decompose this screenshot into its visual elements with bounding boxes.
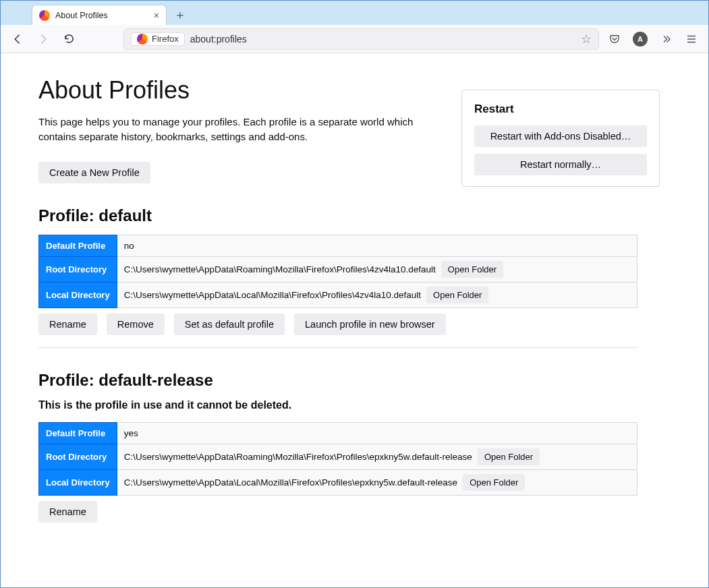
new-tab-button[interactable]: ＋ — [171, 5, 190, 24]
firefox-identity-icon — [137, 34, 148, 45]
restart-heading: Restart — [474, 102, 647, 116]
profile-heading: Profile: default-release — [38, 371, 637, 390]
td-default-value: no — [117, 235, 637, 256]
firefox-favicon-icon — [39, 10, 50, 21]
restart-normally-button[interactable]: Restart normally… — [474, 154, 647, 175]
forward-button[interactable] — [33, 29, 53, 49]
browser-tab[interactable]: About Profiles × — [32, 5, 167, 25]
restart-panel: Restart Restart with Add-ons Disabled… R… — [461, 90, 660, 187]
open-folder-button[interactable]: Open Folder — [463, 474, 525, 491]
open-folder-button[interactable]: Open Folder — [441, 261, 503, 278]
th-local-directory: Local Directory — [39, 282, 117, 307]
account-avatar[interactable]: A — [630, 29, 650, 49]
open-folder-button[interactable]: Open Folder — [426, 287, 488, 303]
identity-label: Firefox — [152, 34, 179, 44]
tab-title: About Profiles — [55, 11, 108, 20]
root-path: C:\Users\wymette\AppData\Roaming\Mozilla… — [124, 452, 472, 462]
launch-profile-button[interactable]: Launch profile in new browser — [294, 314, 446, 335]
th-local-directory: Local Directory — [39, 469, 117, 495]
tab-close-icon[interactable]: × — [154, 10, 159, 21]
th-default-profile: Default Profile — [39, 235, 117, 256]
local-path: C:\Users\wymette\AppData\Local\Mozilla\F… — [124, 477, 457, 488]
page-intro: This page helps you to manage your profi… — [38, 115, 416, 144]
root-path: C:\Users\wymette\AppData\Roaming\Mozilla… — [124, 264, 436, 274]
rename-button[interactable]: Rename — [38, 314, 97, 335]
bookmark-star-icon[interactable]: ☆ — [581, 32, 592, 47]
open-folder-button[interactable]: Open Folder — [478, 448, 540, 465]
content-area[interactable]: Restart Restart with Add-ons Disabled… R… — [1, 53, 708, 587]
local-path: C:\Users\wymette\AppData\Local\Mozilla\F… — [124, 290, 421, 300]
profile-actions: Rename Remove Set as default profile Lau… — [38, 314, 637, 348]
url-bar[interactable]: Firefox about:profiles ☆ — [123, 28, 599, 50]
th-root-directory: Root Directory — [39, 256, 117, 282]
avatar-letter: A — [637, 35, 643, 43]
th-default-profile: Default Profile — [39, 422, 117, 444]
app-menu-icon[interactable] — [681, 29, 702, 49]
identity-box[interactable]: Firefox — [131, 32, 185, 46]
rename-button[interactable]: Rename — [38, 501, 97, 523]
back-button[interactable] — [7, 29, 28, 49]
create-profile-button[interactable]: Create a New Profile — [38, 162, 150, 183]
profile-heading: Profile: default — [38, 206, 637, 225]
overflow-icon[interactable] — [656, 29, 676, 49]
profile-actions: Rename — [38, 501, 637, 535]
profile-table: Default Profile no Root Directory C:\Use… — [38, 235, 637, 308]
th-root-directory: Root Directory — [39, 444, 117, 469]
in-use-note: This is the profile in use and it cannot… — [38, 399, 637, 411]
tab-strip: About Profiles × ＋ — [1, 1, 708, 25]
pocket-icon[interactable] — [604, 29, 625, 49]
navigation-toolbar: Firefox about:profiles ☆ A — [1, 25, 708, 53]
remove-button[interactable]: Remove — [107, 314, 165, 335]
browser-window: About Profiles × ＋ Firefox about:profile… — [0, 0, 709, 588]
restart-addons-disabled-button[interactable]: Restart with Add-ons Disabled… — [474, 125, 647, 147]
profile-table: Default Profile yes Root Directory C:\Us… — [38, 422, 637, 496]
td-default-value: yes — [117, 422, 637, 444]
reload-button[interactable] — [59, 29, 79, 49]
set-default-button[interactable]: Set as default profile — [174, 314, 285, 335]
url-text: about:profiles — [190, 34, 247, 45]
